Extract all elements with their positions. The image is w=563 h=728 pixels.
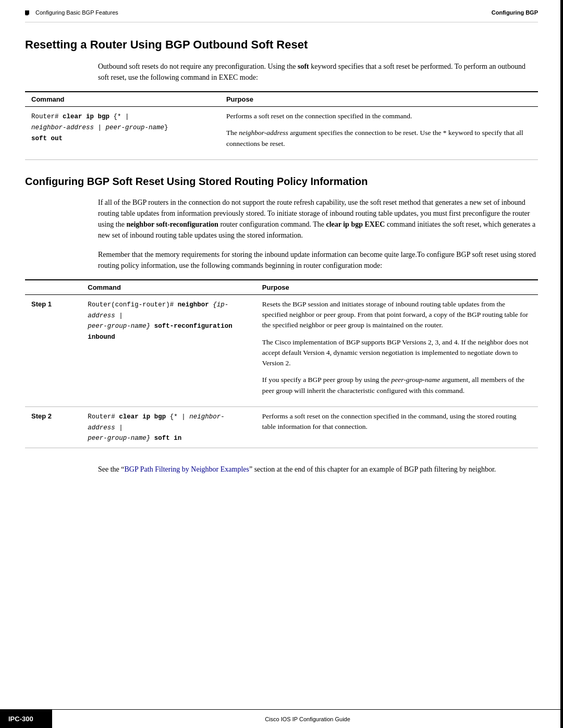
cmd-brace-open: {* | bbox=[109, 113, 129, 120]
footer-center-text: Cisco IOS IP Configuration Guide bbox=[52, 710, 563, 728]
step2-brace-open: {* | bbox=[166, 413, 189, 421]
step1-purpose: Resets the BGP session and initiates sto… bbox=[256, 294, 538, 406]
page-footer: IPC-300 Cisco IOS IP Configuration Guide bbox=[0, 709, 563, 728]
right-border bbox=[560, 0, 563, 728]
cmd-router-prefix: Router# bbox=[31, 113, 63, 120]
step1-label: Step 1 bbox=[25, 294, 81, 406]
step2-router-prefix: Router# bbox=[88, 413, 119, 421]
neighbor-address-italic: neighbor-address bbox=[239, 129, 288, 137]
step2-label: Step 2 bbox=[25, 406, 81, 448]
header-left: ■ Configuring Basic BGP Features bbox=[25, 9, 118, 16]
page-header: ■ Configuring Basic BGP Features Configu… bbox=[0, 0, 563, 20]
header-section-title: Configuring BGP bbox=[492, 9, 538, 16]
table-row: Router# clear ip bgp {* | neighbor-addre… bbox=[25, 107, 538, 160]
step1-router-prefix: Router(config-router)# bbox=[88, 301, 178, 309]
step1-text: Step 1 bbox=[31, 300, 52, 308]
cmd-soft-out: soft out bbox=[31, 135, 63, 142]
clear-ip-bgp-exec-bold: clear ip bgp EXEC bbox=[326, 220, 385, 228]
step2-pipe2: | bbox=[115, 424, 123, 431]
bgp-path-filtering-link[interactable]: BGP Path Filtering by Neighbor Examples bbox=[125, 465, 249, 473]
step2-purpose: Performs a soft reset on the connection … bbox=[256, 406, 538, 448]
header-breadcrumb: Configuring Basic BGP Features bbox=[35, 9, 118, 16]
intro-bold-soft: soft bbox=[298, 63, 309, 70]
main-content: Resetting a Router Using BGP Outbound So… bbox=[0, 22, 563, 513]
table1-col-purpose-header: Purpose bbox=[220, 92, 538, 107]
section2-para2: Remember that the memory requirements fo… bbox=[98, 249, 538, 271]
step2-purpose-text: Performs a soft reset on the connection … bbox=[262, 411, 532, 433]
table1-row1-command: Router# clear ip bgp {* | neighbor-addre… bbox=[25, 107, 220, 160]
section2-heading: Configuring BGP Soft Reset Using Stored … bbox=[25, 176, 538, 188]
page: ■ Configuring Basic BGP Features Configu… bbox=[0, 0, 563, 728]
step1-row: Step 1 Router(config-router)# neighbor {… bbox=[25, 294, 538, 406]
purpose-p1: Performs a soft reset on the connection … bbox=[226, 111, 532, 121]
see-also-text-pre: See the “ bbox=[98, 465, 125, 473]
step2-peer-group-italic: peer-group-name} bbox=[88, 435, 150, 442]
see-also-text-post: ” section at the end of this chapter for… bbox=[249, 465, 496, 473]
table2-col-purpose-header: Purpose bbox=[256, 280, 538, 295]
table2-col-step-header bbox=[25, 280, 81, 295]
step1-purpose-p2: The Cisco implementation of BGP supports… bbox=[262, 337, 532, 369]
table2-col-command-header: Command bbox=[81, 280, 256, 295]
step2-clear-ip-bgp-bold: clear ip bgp bbox=[119, 413, 166, 421]
cmd-brace-close: } bbox=[164, 124, 168, 131]
cmd-pipe: | bbox=[94, 124, 106, 131]
step1-purpose-p1: Resets the BGP session and initiates sto… bbox=[262, 299, 532, 331]
step2-row: Step 2 Router# clear ip bgp {* | neighbo… bbox=[25, 406, 538, 448]
footer-badge: IPC-300 bbox=[0, 710, 52, 728]
header-bullet-icon: ■ bbox=[25, 10, 29, 15]
step1-peer-group-italic: peer-group-name} bbox=[88, 323, 150, 330]
table1-col-command-header: Command bbox=[25, 92, 220, 107]
see-also-paragraph: See the “BGP Path Filtering by Neighbor … bbox=[98, 464, 538, 475]
step2-command: Router# clear ip bgp {* | neighbor-addre… bbox=[81, 406, 256, 448]
step2-soft-in-bold: soft in bbox=[150, 435, 181, 442]
section1-table: Command Purpose Router# clear ip bgp {* … bbox=[25, 91, 538, 160]
neighbor-soft-reconfig-bold: neighbor soft-reconfiguration bbox=[126, 220, 218, 228]
peer-group-name-italic: peer-group-name bbox=[391, 376, 440, 384]
cmd-neighbor-address: neighbor-address bbox=[31, 124, 94, 131]
cmd-peer-group-name: peer-group-name bbox=[106, 124, 165, 131]
section2-table: Command Purpose Step 1 Router(config-rou… bbox=[25, 279, 538, 448]
section2-para1: If all of the BGP routers in the connect… bbox=[98, 197, 538, 241]
step1-purpose-p3: If you specify a BGP peer group by using… bbox=[262, 375, 532, 396]
purpose-p2: The neighbor-address argument specifies … bbox=[226, 128, 532, 149]
step2-text: Step 2 bbox=[31, 412, 52, 420]
section1-heading: Resetting a Router Using BGP Outbound So… bbox=[25, 38, 538, 52]
section1-intro: Outbound soft resets do not require any … bbox=[98, 61, 538, 83]
intro-text-pre: Outbound soft resets do not require any … bbox=[98, 63, 298, 70]
step1-neighbor-bold: neighbor bbox=[178, 301, 209, 309]
table1-row1-purpose: Performs a soft reset on the connection … bbox=[220, 107, 538, 160]
cmd-clear-ip-bgp: clear ip bgp bbox=[63, 113, 109, 120]
step1-command: Router(config-router)# neighbor {ip-addr… bbox=[81, 294, 256, 406]
